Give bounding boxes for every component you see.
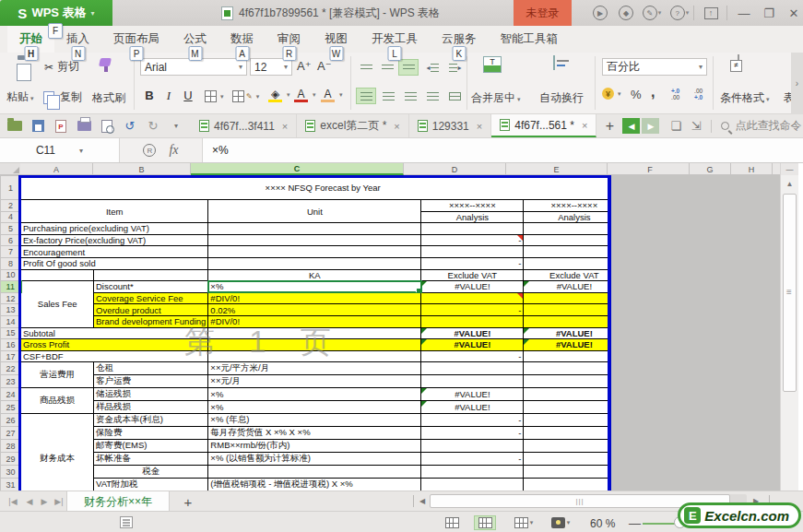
- percent-format-button[interactable]: %: [631, 88, 642, 101]
- cell-C8[interactable]: [208, 257, 421, 269]
- first-sheet-icon[interactable]: |◀: [6, 493, 20, 509]
- align-top-icon[interactable]: [356, 59, 376, 76]
- cell-B22[interactable]: 仓租: [94, 362, 208, 375]
- cell-E30[interactable]: [524, 466, 625, 479]
- row-header-8[interactable]: 8: [1, 257, 21, 269]
- align-middle-icon[interactable]: [377, 59, 397, 76]
- cell-C2[interactable]: Unit: [208, 200, 421, 223]
- last-sheet-icon[interactable]: ▶|: [52, 493, 66, 509]
- cell-D24[interactable]: #VALUE!: [421, 388, 524, 401]
- cell-D31[interactable]: [421, 479, 524, 491]
- undo-icon[interactable]: ↺: [123, 119, 137, 134]
- increase-decimal-button[interactable]: +.0.00: [671, 89, 679, 100]
- row-header-27[interactable]: 27: [1, 427, 21, 440]
- page-break-view-icon[interactable]: [474, 515, 496, 530]
- row-header-2[interactable]: 2: [1, 200, 21, 212]
- cell-E26[interactable]: [524, 414, 625, 427]
- cell-E13[interactable]: [524, 304, 625, 316]
- cell-B25[interactable]: 样品残损: [94, 401, 208, 414]
- cell-D22[interactable]: [421, 362, 524, 375]
- italic-button[interactable]: I: [160, 89, 177, 103]
- cell-E31[interactable]: [524, 479, 625, 491]
- skin-icon[interactable]: ✎▾: [640, 0, 664, 26]
- prev-sheet-icon[interactable]: ◀: [22, 493, 37, 509]
- row-header-23[interactable]: 23: [1, 375, 21, 388]
- cell-C24[interactable]: ×%: [208, 388, 421, 401]
- close-tab-icon[interactable]: ×: [282, 121, 288, 132]
- close-tab-icon[interactable]: ×: [582, 120, 587, 131]
- vertical-scroll-thumb[interactable]: [783, 194, 797, 392]
- cell-E22[interactable]: [524, 362, 625, 375]
- decrease-indent-icon[interactable]: ◂: [422, 59, 443, 76]
- cell-E4[interactable]: Analysis: [524, 211, 625, 223]
- open-icon[interactable]: [7, 119, 22, 134]
- align-right-icon[interactable]: [400, 88, 420, 104]
- ribbon-tab-公式[interactable]: 公式M: [171, 26, 218, 53]
- conditional-format-button[interactable]: 条件格式▾: [720, 90, 770, 106]
- page-layout-view-icon[interactable]: ▾: [509, 515, 538, 530]
- row-header-14[interactable]: 14: [1, 315, 21, 327]
- vertical-scrollbar[interactable]: — ▲: [780, 163, 798, 491]
- column-header-E[interactable]: E: [506, 163, 608, 175]
- cell-C31[interactable]: (增值税销项税 - 增值税进项税) X ×%: [208, 479, 421, 491]
- row-header-16[interactable]: 16: [1, 339, 21, 351]
- row-header-12[interactable]: 12: [1, 292, 21, 304]
- number-format-select[interactable]: 百分比▾: [602, 58, 707, 76]
- ribbon-tab-云服务[interactable]: 云服务K: [430, 26, 489, 53]
- cell-AB17[interactable]: CSF+BDF: [21, 350, 208, 362]
- reading-view-icon[interactable]: ▾: [546, 515, 575, 530]
- cell-C13[interactable]: 0.02%: [208, 304, 421, 316]
- format-painter-button[interactable]: 格式刷: [92, 90, 125, 106]
- cell-E11[interactable]: #VALUE!: [524, 281, 625, 293]
- formula-input[interactable]: ×%: [203, 138, 803, 162]
- cell-E7[interactable]: [524, 246, 625, 258]
- align-bottom-icon[interactable]: [398, 59, 419, 76]
- cell-C25[interactable]: ×%: [208, 401, 421, 414]
- hide-ribbon-icon[interactable]: ↑: [699, 0, 723, 26]
- cut-button[interactable]: ✂剪切: [44, 59, 79, 75]
- cell-B10[interactable]: [94, 269, 208, 281]
- export-pdf-icon[interactable]: P: [53, 119, 68, 134]
- cell-B24[interactable]: 储运残损: [94, 388, 208, 401]
- sheet-tab[interactable]: 财务分析××年: [66, 491, 170, 512]
- cell-A26[interactable]: 财务成本: [21, 414, 94, 491]
- align-center-icon[interactable]: [378, 88, 398, 104]
- cell-AB6[interactable]: Ex-factory Price(excluding VAT): [21, 234, 208, 246]
- row-header-24[interactable]: 24: [1, 388, 21, 401]
- cell-A10[interactable]: [21, 269, 94, 281]
- distributed-icon[interactable]: [444, 88, 465, 104]
- cell-D23[interactable]: [421, 375, 524, 388]
- column-headers[interactable]: ABCDEFGH: [0, 163, 780, 175]
- ribbon-tab-数据[interactable]: 数据A: [218, 26, 266, 53]
- cell-D30[interactable]: [421, 466, 524, 479]
- workspace-icon[interactable]: ⇲: [689, 119, 703, 134]
- cell-E29[interactable]: [524, 453, 625, 466]
- cell-D12[interactable]: [421, 292, 524, 304]
- row-header-25[interactable]: 25: [1, 401, 21, 414]
- assist-icon[interactable]: R: [143, 144, 156, 157]
- row-header-4[interactable]: 4: [1, 211, 21, 223]
- cell-B14[interactable]: Brand development Funding: [94, 315, 208, 327]
- cell-D8[interactable]: -: [421, 257, 524, 269]
- ribbon-overflow-chevron[interactable]: ›: [791, 53, 803, 114]
- insert-function-button[interactable]: fx: [169, 143, 178, 158]
- row-header-30[interactable]: 30: [1, 466, 21, 479]
- cell-D26[interactable]: -: [421, 414, 524, 427]
- scroll-left-icon[interactable]: ◀: [417, 494, 428, 508]
- split-handle[interactable]: —: [781, 163, 798, 175]
- cell-E10[interactable]: Exclude VAT: [524, 269, 625, 281]
- close-icon[interactable]: ✕: [782, 0, 803, 26]
- cell-E25[interactable]: [524, 401, 625, 414]
- cell-D7[interactable]: [421, 246, 524, 258]
- paste-button[interactable]: 粘贴▾: [6, 89, 34, 105]
- cell-C10[interactable]: KA: [208, 269, 421, 281]
- ribbon-tab-开发工具[interactable]: 开发工具L: [360, 26, 430, 53]
- find-command-box[interactable]: 点此查找命令: [721, 114, 801, 137]
- help-icon[interactable]: ?▾: [667, 0, 691, 26]
- cell-E23[interactable]: [524, 375, 625, 388]
- cell-C14[interactable]: #DIV/0!: [208, 315, 421, 327]
- play-icon[interactable]: ▶: [588, 0, 612, 26]
- row-header-28[interactable]: 28: [1, 440, 21, 453]
- row-header-26[interactable]: 26: [1, 414, 21, 427]
- cell-C22[interactable]: ××元/平方米/月: [208, 362, 421, 375]
